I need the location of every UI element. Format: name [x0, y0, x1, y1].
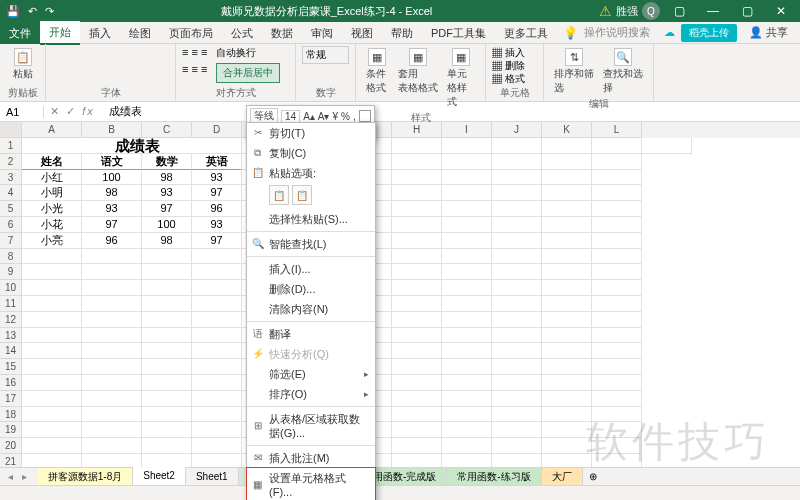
menu-tab-开始[interactable]: 开始: [40, 21, 80, 45]
cell[interactable]: [142, 249, 192, 265]
cell[interactable]: 小花: [22, 217, 82, 233]
cell[interactable]: [492, 328, 542, 344]
number-format-select[interactable]: 常规: [302, 46, 349, 64]
formula-input[interactable]: 成绩表: [101, 104, 150, 119]
menu-tab-帮助[interactable]: 帮助: [382, 22, 422, 44]
cell[interactable]: 数学: [142, 154, 192, 170]
cell[interactable]: [192, 280, 242, 296]
cell[interactable]: 语文: [82, 154, 142, 170]
paste-button[interactable]: 📋粘贴: [6, 46, 39, 83]
row-header[interactable]: 1: [0, 138, 22, 154]
add-sheet-button[interactable]: ⊕: [583, 471, 603, 482]
cell[interactable]: [192, 438, 242, 454]
cell[interactable]: [542, 312, 592, 328]
cell[interactable]: [542, 328, 592, 344]
cell[interactable]: [82, 249, 142, 265]
decrease-font-icon[interactable]: A▾: [318, 111, 330, 122]
upload-button[interactable]: 稻壳上传: [681, 24, 737, 42]
cell[interactable]: [82, 422, 142, 438]
cell[interactable]: [442, 438, 492, 454]
cell[interactable]: [492, 422, 542, 438]
cell[interactable]: [492, 343, 542, 359]
cell[interactable]: 96: [82, 233, 142, 249]
cell[interactable]: 97: [192, 185, 242, 201]
cell[interactable]: [492, 407, 542, 423]
percent-icon[interactable]: %: [341, 111, 350, 122]
autosave-icon[interactable]: 💾: [6, 5, 20, 18]
cell[interactable]: [142, 422, 192, 438]
cell[interactable]: [592, 154, 642, 170]
name-box[interactable]: A1: [0, 106, 44, 118]
cell[interactable]: [22, 280, 82, 296]
sheet-tab[interactable]: 常用函数-练习版: [447, 468, 541, 486]
cell[interactable]: [82, 280, 142, 296]
cell[interactable]: [192, 343, 242, 359]
cell[interactable]: 小红: [22, 170, 82, 186]
cell[interactable]: [22, 343, 82, 359]
cell[interactable]: [542, 296, 592, 312]
row-header[interactable]: 5: [0, 201, 22, 217]
cell[interactable]: [442, 154, 492, 170]
cell[interactable]: [82, 312, 142, 328]
cell[interactable]: [142, 264, 192, 280]
cell[interactable]: [442, 138, 492, 154]
cell[interactable]: [592, 343, 642, 359]
cell[interactable]: [592, 264, 642, 280]
cell[interactable]: [142, 280, 192, 296]
cell[interactable]: 100: [82, 170, 142, 186]
cell[interactable]: [82, 391, 142, 407]
share-button[interactable]: 👤 共享: [737, 25, 800, 40]
cell[interactable]: [542, 233, 592, 249]
row-header[interactable]: 6: [0, 217, 22, 233]
cell[interactable]: [592, 217, 642, 233]
cell[interactable]: [22, 359, 82, 375]
menu-tab-视图[interactable]: 视图: [342, 22, 382, 44]
col-header[interactable]: L: [592, 122, 642, 138]
row-header[interactable]: 4: [0, 185, 22, 201]
cell[interactable]: 97: [192, 233, 242, 249]
cell[interactable]: 成绩表: [82, 138, 192, 154]
cell[interactable]: [22, 375, 82, 391]
row-header[interactable]: 8: [0, 249, 22, 265]
context-item[interactable]: 排序(O)▸: [247, 384, 375, 404]
row-header[interactable]: 17: [0, 391, 22, 407]
cell[interactable]: [592, 328, 642, 344]
row-header[interactable]: 20: [0, 438, 22, 454]
maximize-button[interactable]: ▢: [732, 4, 762, 18]
row-header[interactable]: 7: [0, 233, 22, 249]
col-header[interactable]: I: [442, 122, 492, 138]
cell[interactable]: [392, 233, 442, 249]
col-header[interactable]: H: [392, 122, 442, 138]
cell[interactable]: [542, 170, 592, 186]
redo-icon[interactable]: ↷: [45, 5, 54, 18]
tell-me-icon[interactable]: 💡: [557, 26, 584, 40]
row-header[interactable]: 12: [0, 312, 22, 328]
cell[interactable]: [442, 312, 492, 328]
cell[interactable]: [22, 138, 82, 154]
row-header[interactable]: 16: [0, 375, 22, 391]
cell[interactable]: [492, 438, 542, 454]
cell[interactable]: [22, 391, 82, 407]
col-header[interactable]: B: [82, 122, 142, 138]
cell[interactable]: 100: [142, 217, 192, 233]
cell[interactable]: [492, 170, 542, 186]
cell[interactable]: [592, 359, 642, 375]
cell[interactable]: [192, 422, 242, 438]
cell[interactable]: [82, 375, 142, 391]
cell[interactable]: [442, 343, 492, 359]
cell[interactable]: [542, 185, 592, 201]
col-header[interactable]: D: [192, 122, 242, 138]
cell[interactable]: [542, 154, 592, 170]
cell[interactable]: [392, 375, 442, 391]
cell[interactable]: [442, 422, 492, 438]
cell[interactable]: [442, 328, 492, 344]
cell[interactable]: [542, 201, 592, 217]
cell[interactable]: [142, 312, 192, 328]
cell[interactable]: [592, 170, 642, 186]
cell[interactable]: 98: [82, 185, 142, 201]
cell[interactable]: 姓名: [22, 154, 82, 170]
col-header[interactable]: A: [22, 122, 82, 138]
sheet-tab[interactable]: Sheet2: [133, 467, 186, 487]
cell[interactable]: [192, 407, 242, 423]
cell[interactable]: [542, 264, 592, 280]
